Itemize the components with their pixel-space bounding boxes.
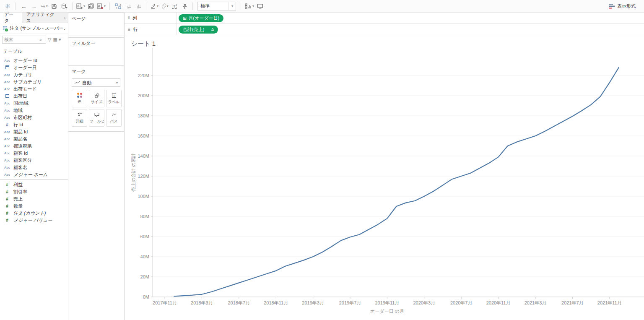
- forward-button[interactable]: →: [29, 1, 39, 11]
- detail-icon: [77, 112, 83, 117]
- toolbar-separator: [109, 3, 110, 10]
- mark-button-size[interactable]: サイズ: [89, 90, 104, 107]
- sort-ascending-button[interactable]: [123, 1, 133, 11]
- chevron-down-icon: ▾: [116, 81, 118, 85]
- show-mark-labels-button[interactable]: ▾: [244, 1, 255, 11]
- label-toggle-button[interactable]: T: [169, 1, 179, 11]
- field-item[interactable]: 出荷日: [0, 93, 68, 100]
- y-tick-label: 60M: [140, 234, 149, 239]
- y-tick-label: 20M: [140, 274, 149, 279]
- field-item[interactable]: #メジャー バリュー: [0, 217, 68, 224]
- field-item[interactable]: #行 Id: [0, 121, 68, 128]
- field-item[interactable]: オーダー日: [0, 64, 68, 71]
- field-label: サブカテゴリ: [13, 79, 42, 85]
- text-field-icon: Abc: [3, 159, 11, 162]
- field-item[interactable]: Abcカテゴリ: [0, 71, 68, 78]
- field-item[interactable]: #割引率: [0, 188, 68, 195]
- field-item[interactable]: #注文 (カウント): [0, 210, 68, 217]
- columns-icon: ⫴: [128, 16, 130, 21]
- tab-data[interactable]: データ: [0, 13, 22, 23]
- search-box[interactable]: ⌕: [2, 36, 46, 44]
- pages-card[interactable]: ページ: [68, 13, 124, 36]
- back-button[interactable]: ←: [19, 1, 29, 11]
- toolbar-separator: [146, 3, 146, 10]
- text-field-icon: Abc: [3, 59, 11, 62]
- field-item[interactable]: Abc製品 Id: [0, 128, 68, 135]
- undo-redo-button[interactable]: ↪▾: [39, 1, 49, 11]
- sort-descending-button[interactable]: [133, 1, 143, 11]
- y-tick-label: 40M: [140, 254, 149, 259]
- field-item[interactable]: Abcオーダー Id: [0, 57, 68, 64]
- marks-buttons: 色サイズTラベル詳細ツールヒ…パス: [72, 90, 120, 127]
- mark-button-label: 色: [78, 99, 81, 104]
- field-label: 行 Id: [13, 122, 23, 128]
- field-label: オーダー Id: [13, 57, 37, 64]
- field-item[interactable]: Abc地域: [0, 107, 68, 114]
- field-item[interactable]: Abc顧客区分: [0, 157, 68, 164]
- text-field-icon: Abc: [3, 101, 11, 105]
- field-item[interactable]: Abcサブカテゴリ: [0, 78, 68, 86]
- text-field-icon: Abc: [3, 116, 11, 120]
- add-datasource-button[interactable]: [59, 1, 69, 11]
- rows-shelf[interactable]: ≡ 行 合計(売上) Δ: [125, 24, 644, 35]
- filters-card[interactable]: フィルター: [68, 37, 124, 64]
- show-me-icon: [609, 4, 615, 9]
- mark-button-label: サイズ: [91, 99, 103, 105]
- highlight-pen-button[interactable]: ▾: [149, 1, 159, 11]
- line-chart[interactable]: 0M20M40M60M80M100M120M140M160M180M200M22…: [125, 36, 644, 320]
- worksheet-view[interactable]: シート 1 0M20M40M60M80M100M120M140M160M180M…: [125, 36, 644, 320]
- mark-button-detail[interactable]: 詳細: [72, 109, 87, 127]
- mark-button-color[interactable]: 色: [72, 90, 87, 107]
- y-tick-label: 120M: [138, 174, 149, 179]
- field-item[interactable]: #売上: [0, 195, 68, 203]
- datasource-name: 注文 (サンプル - スーパース…: [10, 25, 65, 31]
- duplicate-sheet-button[interactable]: [86, 1, 96, 11]
- field-item[interactable]: Abc市区町村: [0, 114, 68, 121]
- filter-fields-icon[interactable]: ▽: [48, 37, 51, 42]
- mark-type-dropdown[interactable]: 自動 ▾: [72, 78, 120, 87]
- presentation-mode-button[interactable]: [255, 1, 265, 11]
- toolbar: ← → ↪▾ ▾ ▾: [0, 0, 644, 13]
- field-item[interactable]: Abc顧客 Id: [0, 150, 68, 157]
- paperclip-button[interactable]: ▾: [159, 1, 169, 11]
- shelves: ⫴ 列 ⊞ 月(オーダー日) ≡ 行 合計(売上) Δ: [125, 13, 644, 36]
- columns-shelf[interactable]: ⫴ 列 ⊞ 月(オーダー日): [125, 13, 644, 24]
- text-field-icon: Abc: [3, 144, 11, 148]
- search-input[interactable]: [4, 37, 39, 42]
- mark-button-tooltip[interactable]: ツールヒ…: [89, 109, 104, 127]
- mark-button-label: 詳細: [76, 119, 83, 124]
- expand-icon[interactable]: ⊞: [183, 16, 187, 21]
- save-button[interactable]: [49, 1, 59, 11]
- fit-dropdown[interactable]: 標準 ▾: [197, 2, 236, 10]
- color-icon: [77, 93, 82, 98]
- field-item[interactable]: Abc製品名: [0, 135, 68, 143]
- numeric-field-icon: #: [3, 211, 11, 216]
- clear-sheet-button[interactable]: ▾: [96, 1, 106, 11]
- x-tick-label: 2018年3月: [191, 300, 213, 305]
- label-icon: T: [111, 93, 117, 98]
- pill-month-order-date[interactable]: ⊞ 月(オーダー日): [179, 14, 223, 22]
- mark-button-label[interactable]: Tラベル: [106, 90, 122, 107]
- datasource-row[interactable]: ✓ 注文 (サンプル - スーパース…: [0, 23, 68, 34]
- pill-sum-sales[interactable]: 合計(売上) Δ: [179, 26, 218, 34]
- mark-button-label: パス: [110, 119, 117, 124]
- field-item[interactable]: #数量: [0, 203, 68, 210]
- text-field-icon: Abc: [3, 173, 11, 177]
- new-worksheet-button[interactable]: ▾: [75, 1, 86, 11]
- pin-button[interactable]: [179, 1, 190, 11]
- show-me-button[interactable]: 表示形式: [609, 3, 641, 9]
- field-item[interactable]: #利益: [0, 181, 68, 188]
- view-options-icon[interactable]: ▦ ▾: [53, 37, 61, 42]
- y-tick-label: 0M: [143, 294, 149, 299]
- field-item[interactable]: Abc都道府県: [0, 143, 68, 150]
- toolbar-separator: [72, 3, 73, 10]
- field-item[interactable]: Abc顧客名: [0, 164, 68, 171]
- field-item[interactable]: Abc出荷モード: [0, 86, 68, 93]
- field-item[interactable]: Abc国/地域: [0, 100, 68, 107]
- tab-analytics[interactable]: アナリティクス: [22, 13, 62, 23]
- field-item[interactable]: Abcメジャー ネーム: [0, 171, 68, 178]
- swap-axes-button[interactable]: [113, 1, 123, 11]
- collapse-pane-icon[interactable]: ‹: [62, 13, 68, 23]
- dimensions-measures-divider: [0, 180, 68, 180]
- mark-button-path[interactable]: パス: [106, 109, 122, 127]
